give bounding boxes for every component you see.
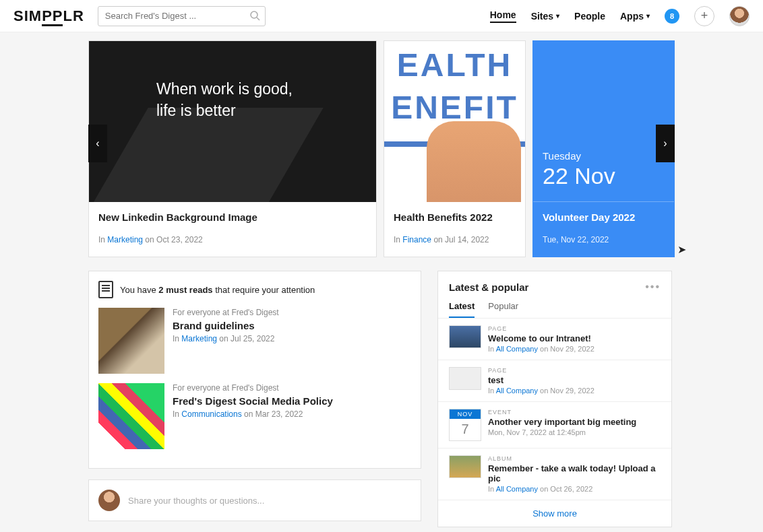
carousel-card-volunteer[interactable]: Tuesday 22 Nov Volunteer Day 2022 Tue, N… — [532, 40, 675, 257]
item-meta: In All Company on Oct 26, 2022 — [488, 485, 661, 493]
item-meta-link[interactable]: Communications — [181, 409, 241, 419]
card-meta: Tue, Nov 22, 2022 — [543, 235, 665, 244]
item-tag: PAGE — [488, 367, 594, 374]
event-date-icon: NOV 7 — [449, 409, 481, 441]
card-image: Tuesday 22 Nov — [533, 41, 674, 201]
card-dayofweek: Tuesday — [543, 150, 665, 162]
tab-popular[interactable]: Popular — [488, 296, 518, 318]
show-more-link[interactable]: Show more — [438, 500, 671, 527]
card-image-text: When work is good, life is better — [156, 78, 293, 121]
card-meta-link[interactable]: Marketing — [107, 235, 143, 244]
must-read-item[interactable]: For everyone at Fred's Digest Fred's Dig… — [98, 383, 411, 449]
top-bar: SIMPPLR Home Sites▾ People Apps▾ 8 + — [0, 0, 763, 32]
latest-tabs: Latest Popular — [438, 296, 671, 318]
card-meta: In Marketing on Oct 23, 2022 — [98, 235, 367, 244]
card-title: Health Benefits 2022 — [394, 211, 516, 223]
item-title: Another very important big meeting — [488, 417, 636, 427]
item-tag: PAGE — [488, 325, 594, 332]
latest-item[interactable]: PAGE test In All Company on Nov 29, 2022 — [438, 360, 671, 401]
item-meta: In Marketing on Jul 25, 2022 — [173, 334, 279, 343]
latest-item[interactable]: ALBUM Remember - take a walk today! Uplo… — [438, 448, 671, 500]
thumbnail — [98, 308, 164, 374]
item-title: Fred's Digest Social Media Policy — [173, 395, 333, 407]
user-avatar-small — [98, 490, 120, 511]
item-tag: EVENT — [488, 409, 636, 415]
item-tag: ALBUM — [488, 455, 661, 462]
item-title: test — [488, 375, 594, 385]
card-title: New Linkedin Background Image — [98, 211, 367, 223]
search-icon[interactable] — [249, 10, 260, 24]
item-meta: In All Company on Nov 29, 2022 — [488, 387, 594, 395]
audience-label: For everyone at Fred's Digest — [173, 308, 279, 317]
user-avatar[interactable] — [729, 6, 750, 26]
item-meta-link[interactable]: All Company — [496, 387, 538, 395]
carousel-card-health[interactable]: EALTH ENEFIT Health Benefits 2022 In Fin… — [384, 40, 526, 257]
latest-panel: Latest & popular ••• Latest Popular PAGE… — [437, 271, 672, 527]
search-input[interactable] — [98, 6, 266, 26]
carousel-card-linkedin[interactable]: When work is good, life is better New Li… — [88, 40, 377, 257]
card-image: EALTH ENEFIT — [384, 41, 525, 202]
chevron-down-icon: ▾ — [556, 12, 559, 20]
item-title: Welcome to our Intranet! — [488, 333, 594, 343]
nav-home[interactable]: Home — [490, 9, 516, 23]
document-icon — [98, 281, 113, 298]
thumbnail — [449, 455, 481, 478]
latest-item[interactable]: NOV 7 EVENT Another very important big m… — [438, 401, 671, 448]
notification-badge[interactable]: 8 — [665, 9, 679, 24]
must-read-panel: You have 2 must reads that require your … — [88, 271, 421, 469]
card-title: Volunteer Day 2022 — [543, 211, 665, 223]
thumbnail — [98, 383, 164, 449]
item-meta: Mon, Nov 7, 2022 at 12:45pm — [488, 428, 636, 436]
tab-latest[interactable]: Latest — [449, 296, 475, 318]
search-box — [98, 6, 266, 26]
latest-title: Latest & popular — [449, 281, 528, 293]
nav-sites[interactable]: Sites▾ — [531, 11, 559, 22]
nav-apps[interactable]: Apps▾ — [620, 11, 650, 22]
add-button[interactable]: + — [694, 6, 714, 26]
carousel: ‹ › When work is good, life is better Ne… — [88, 40, 675, 257]
carousel-prev[interactable]: ‹ — [88, 125, 107, 162]
carousel-next[interactable]: › — [656, 125, 675, 162]
card-meta-link[interactable]: Finance — [402, 235, 431, 244]
must-read-item[interactable]: For everyone at Fred's Digest Brand guid… — [98, 308, 411, 374]
svg-point-0 — [251, 11, 257, 18]
item-meta-link[interactable]: All Company — [496, 345, 538, 353]
svg-line-1 — [257, 18, 260, 20]
audience-label: For everyone at Fred's Digest — [173, 383, 333, 393]
item-title: Brand guidelines — [173, 320, 279, 331]
item-meta: In Communications on Mar 23, 2022 — [173, 409, 333, 419]
card-meta: In Finance on Jul 14, 2022 — [394, 235, 516, 244]
chevron-down-icon: ▾ — [646, 12, 650, 20]
must-read-header: You have 2 must reads that require your … — [98, 281, 411, 298]
cursor-icon: ➤ — [677, 243, 686, 256]
logo[interactable]: SIMPPLR — [13, 7, 84, 25]
main-nav: Home Sites▾ People Apps▾ 8 + — [490, 6, 750, 26]
item-title: Remember - take a walk today! Upload a p… — [488, 463, 661, 484]
share-placeholder: Share your thoughts or questions... — [128, 496, 264, 506]
item-meta: In All Company on Nov 29, 2022 — [488, 345, 594, 353]
card-date: 22 Nov — [543, 163, 665, 189]
item-meta-link[interactable]: Marketing — [181, 334, 217, 343]
nav-people[interactable]: People — [574, 11, 605, 22]
more-options-icon[interactable]: ••• — [645, 281, 661, 293]
thumbnail — [449, 325, 481, 348]
item-meta-link[interactable]: All Company — [496, 485, 538, 493]
share-panel[interactable]: Share your thoughts or questions... — [88, 479, 421, 521]
latest-item[interactable]: PAGE Welcome to our Intranet! In All Com… — [438, 318, 671, 360]
card-image: When work is good, life is better — [89, 41, 376, 202]
thumbnail — [449, 367, 481, 390]
